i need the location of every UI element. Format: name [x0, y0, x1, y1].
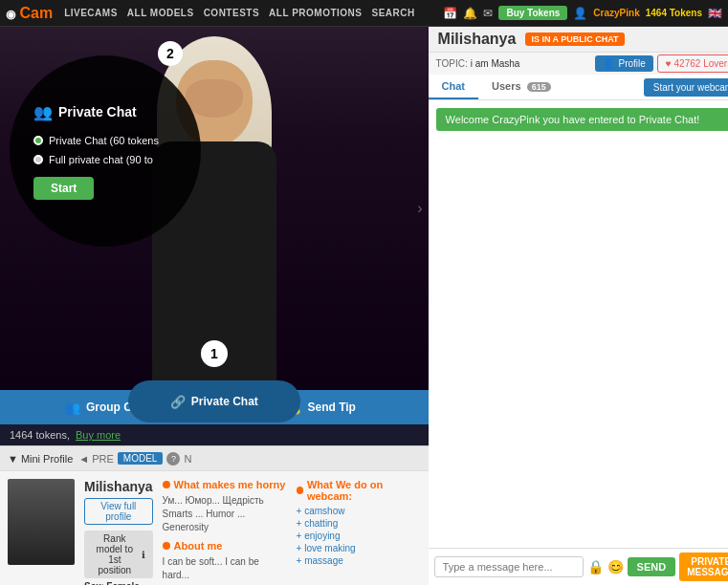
chevron-down-icon: ▼ — [8, 453, 18, 465]
person-icon: 👤 — [603, 58, 614, 69]
avatar-image — [8, 479, 75, 565]
arrow-indicator[interactable]: › — [417, 200, 422, 217]
next-arrow[interactable]: N — [184, 453, 191, 465]
nav-search[interactable]: SEARCH — [371, 8, 414, 18]
video-section: 👥 Private Chat Private Chat (60 tokens F… — [0, 27, 429, 585]
help-icon[interactable]: ? — [166, 452, 180, 466]
chat-input-row: 🔒 😊 SEND PRIVATE MESSAGE — [429, 548, 728, 585]
header: ◉ Cam LIVECAMS ALL MODELS CONTESTS ALL P… — [0, 0, 728, 27]
mini-info: Milishanya View full profile Rank model … — [84, 479, 153, 577]
start-webcam-button[interactable]: Start your webcam — [644, 78, 728, 97]
chat-input[interactable] — [434, 556, 584, 577]
dot-icon-4 — [297, 487, 303, 494]
nav-livecams[interactable]: LIVECAMS — [64, 8, 118, 18]
private-chat-option-1[interactable]: Private Chat (60 tokens — [33, 135, 159, 146]
topic-value: i am Masha — [471, 58, 520, 69]
mini-profile-expanded: Milishanya View full profile Rank model … — [0, 470, 429, 585]
makes-horny-text: Ум... Юмор... Щедрість Smarts ... Humor … — [163, 494, 287, 534]
welcome-message: Welcome CrazyPink you have entered to Pr… — [436, 108, 728, 131]
model-button[interactable]: MODEL — [118, 452, 164, 465]
prev-arrow[interactable]: ◄ PRE — [78, 453, 114, 465]
webcam-item-2[interactable]: chatting — [297, 518, 421, 529]
rank-button[interactable]: Rank model to 1st position ℹ — [84, 531, 153, 578]
webcam-item-1[interactable]: camshow — [297, 506, 421, 516]
mini-profile-toggle[interactable]: ▼ Mini Profile — [8, 453, 73, 465]
lovers-button[interactable]: ♥ 42762 Lovers — [657, 54, 728, 73]
private-message-button[interactable]: PRIVATE MESSAGE — [679, 552, 728, 581]
header-token-count: 1464 Tokens — [646, 8, 702, 18]
tokens-count-text: 1464 tokens, — [10, 429, 70, 441]
main-container: 👥 Private Chat Private Chat (60 tokens F… — [0, 27, 728, 585]
people-icon: 👥 — [33, 103, 53, 121]
mini-performer-name: Milishanya — [84, 479, 153, 494]
profile-button[interactable]: 👤 Profile — [595, 55, 652, 72]
performer-name: Milishanya — [438, 31, 517, 48]
lock-icon[interactable]: 🔒 — [587, 559, 604, 574]
radio-1 — [33, 136, 43, 145]
buy-more-link[interactable]: Buy more — [76, 429, 121, 441]
heart-icon: ♥ — [666, 58, 672, 69]
sex-field: Sex: Female — [84, 581, 153, 585]
nav-promotions[interactable]: ALL PROMOTIONS — [269, 8, 362, 18]
send-button[interactable]: SEND — [628, 557, 676, 576]
private-chat-title: 👥 Private Chat — [33, 103, 137, 121]
logo: ◉ Cam — [6, 5, 53, 22]
mail-icon[interactable]: ✉ — [483, 7, 493, 20]
buy-tokens-button[interactable]: Buy Tokens — [498, 6, 567, 20]
tab-users[interactable]: Users 615 — [478, 75, 564, 99]
header-nav: LIVECAMS ALL MODELS CONTESTS ALL PROMOTI… — [64, 8, 435, 18]
calendar-icon: 📅 — [443, 7, 457, 20]
private-chat-option-2[interactable]: Full private chat (90 to — [33, 154, 153, 165]
notification-icon[interactable]: 🔔 — [463, 7, 477, 20]
nav-allmodels[interactable]: ALL MODELS — [127, 8, 194, 18]
performer-topic-row: TOPIC: i am Masha 👤 Profile ♥ 42762 Love… — [429, 53, 728, 75]
bottom-controls: 👥 Group Chat 1 🔗 Private Chat 💰 Send Tip — [0, 390, 429, 424]
webcam-item-4[interactable]: love making — [297, 543, 421, 553]
start-private-chat-button[interactable]: Start — [33, 177, 94, 200]
group-chat-icon: 👥 — [65, 401, 80, 415]
emoji-icon[interactable]: 😊 — [607, 559, 624, 574]
header-username: CrazyPink — [593, 8, 639, 18]
right-panel: Milishanya IS IN A PUBLIC CHAT × TOPIC: … — [429, 27, 728, 585]
badge-1: 1 — [201, 340, 228, 367]
profile-col-1: What makes me horny Ум... Юмор... Щедріс… — [163, 479, 287, 577]
flag-icon: 🇬🇧 — [708, 7, 722, 20]
webcam-title: What We do on webcam: — [297, 479, 421, 502]
mini-nav: ◄ PRE MODEL ? N — [78, 452, 420, 466]
dot-icon — [163, 481, 170, 488]
dot-icon-2 — [163, 542, 170, 550]
mini-avatar — [8, 479, 75, 565]
webcam-item-5[interactable]: massage — [297, 555, 421, 566]
webcam-list: camshow chatting enjoying love making ma… — [297, 506, 421, 566]
about-title: About me — [163, 540, 287, 552]
nav-contests[interactable]: CONTESTS — [204, 8, 259, 18]
header-right: 📅 🔔 ✉ Buy Tokens 👤 CrazyPink 1464 Tokens… — [443, 6, 722, 20]
video-wrapper: 👥 Private Chat Private Chat (60 tokens F… — [0, 27, 429, 390]
chat-tabs: Chat Users 615 Start your webcam — [429, 75, 728, 100]
chat-messages: Welcome CrazyPink you have entered to Pr… — [429, 100, 728, 548]
private-chat-overlay: 👥 Private Chat Private Chat (60 tokens F… — [10, 55, 201, 247]
radio-2 — [33, 155, 43, 164]
view-profile-button[interactable]: View full profile — [84, 498, 153, 525]
users-badge: 615 — [527, 82, 551, 92]
tokens-bar: 1464 tokens, Buy more — [0, 424, 429, 445]
topic-label: TOPIC: — [436, 58, 468, 69]
makes-horny-title: What makes me horny — [163, 479, 287, 490]
tab-chat[interactable]: Chat — [429, 75, 478, 99]
badge-2: 2 — [158, 41, 183, 66]
webcam-item-3[interactable]: enjoying — [297, 531, 421, 541]
private-chat-button[interactable]: 🔗 Private Chat — [128, 380, 300, 422]
profile-icon: 👤 — [573, 7, 587, 20]
profile-col-2: What We do on webcam: camshow chatting e… — [297, 479, 421, 577]
public-chat-badge: IS IN A PUBLIC CHAT — [525, 32, 624, 46]
link-icon: 🔗 — [170, 395, 186, 409]
performer-info: Milishanya IS IN A PUBLIC CHAT × — [429, 27, 728, 53]
about-text: I can be soft... I can be hard... — [163, 555, 287, 582]
mini-profile-bar: ▼ Mini Profile ◄ PRE MODEL ? N — [0, 445, 429, 470]
